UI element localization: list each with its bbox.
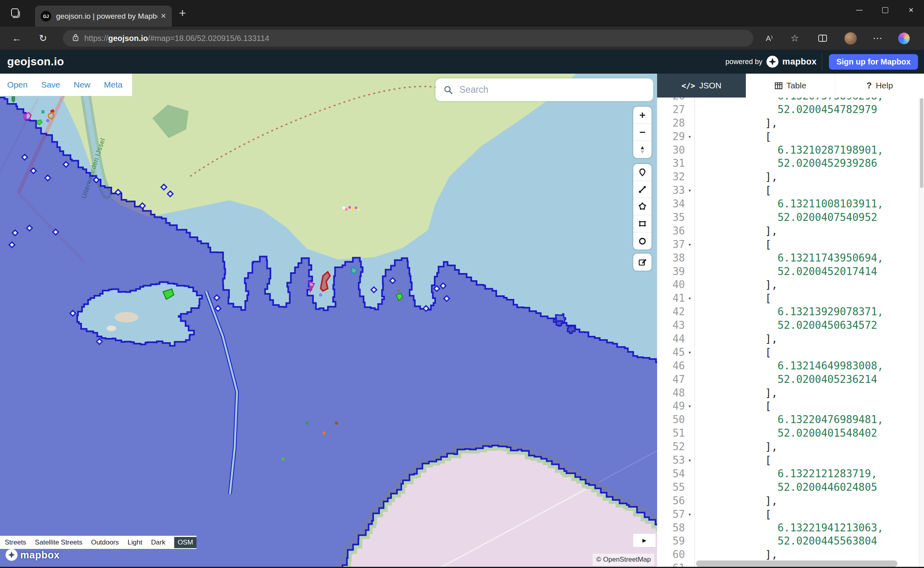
tiny-marker-dot[interactable] [358,209,360,211]
draw-line-button[interactable] [633,181,652,198]
style-option-light[interactable]: Light [128,539,142,547]
code-text[interactable]: 52.0200405236214 [695,373,877,386]
code-text[interactable]: 52.0200454782979 [695,103,877,117]
map-canvas[interactable]: Uiterwaarden IJssel [0,74,657,568]
code-text[interactable]: [ [695,454,771,467]
horizontal-scrollbar[interactable] [696,560,897,567]
panel-collapse-button[interactable]: ▶ [633,534,656,547]
maximize-button[interactable] [872,0,898,20]
menu-new[interactable]: New [74,80,90,90]
zoom-out-button[interactable]: − [633,124,652,141]
code-text[interactable]: 6.13210287198901, [695,144,883,157]
style-option-dark[interactable]: Dark [151,539,165,547]
tab-json[interactable]: </> JSON [657,74,746,98]
draw-circle-button[interactable] [633,232,652,250]
signup-mapbox-button[interactable]: Sign up for Mapbox [829,54,918,70]
code-text[interactable]: 52.0200446024805 [695,481,877,494]
tiny-marker-dot[interactable] [342,207,345,209]
back-button[interactable]: ← [8,27,25,50]
code-text[interactable]: 6.13211008103911, [695,197,883,211]
code-text[interactable]: [ [695,130,771,144]
read-aloud-icon[interactable]: A⁾ [759,27,780,50]
code-text[interactable]: ], [695,548,778,562]
tiny-marker-dot[interactable] [352,208,354,211]
vertical-scrollbar-track[interactable] [919,98,924,568]
code-text[interactable]: 6.13220476989481, [695,413,883,427]
code-text[interactable]: [ [695,238,771,252]
new-tab-button[interactable]: + [179,7,186,19]
code-text[interactable]: 52.0200452939286 [695,157,877,170]
fold-arrow-icon[interactable]: ▾ [685,130,694,144]
code-text[interactable]: ], [695,278,778,292]
fold-arrow-icon[interactable]: ▾ [685,346,694,359]
code-text[interactable]: 6.13213929078371, [695,305,883,319]
browser-tab[interactable]: GJ geojson.io | powered by Mapbox ✕ [35,6,172,27]
workspaces-icon[interactable] [6,4,24,22]
copilot-icon[interactable] [893,27,914,50]
violet-dot[interactable] [319,293,322,297]
map-area[interactable]: Uiterwaarden IJssel Open Save New Meta S… [0,74,657,568]
tiny-marker-dot[interactable] [348,206,351,209]
code-text[interactable]: ], [695,386,778,400]
zoom-in-button[interactable]: + [633,107,652,124]
compass-button[interactable]: ▲▼ [633,141,652,158]
profile-avatar[interactable] [840,27,861,50]
style-option-osm[interactable]: OSM [174,537,197,548]
fold-arrow-icon[interactable]: ▾ [685,400,694,413]
vertical-scrollbar-thumb[interactable] [920,98,923,188]
code-text[interactable]: ], [695,332,778,346]
tab-help[interactable]: ? Help [835,74,924,98]
code-text[interactable]: ], [695,494,778,508]
code-text[interactable]: ], [695,170,778,184]
code-text[interactable]: [ [695,292,771,305]
code-text[interactable]: ], [695,440,778,454]
menu-meta[interactable]: Meta [104,80,123,90]
powered-by-mapbox[interactable]: powered by mapbox [726,50,817,74]
code-text[interactable]: 6.13211743950694, [695,252,883,265]
fold-arrow-icon[interactable]: ▾ [685,508,694,521]
code-text[interactable]: 6.13214649983008, [695,359,883,373]
code-text[interactable]: 6.1322121283719, [695,467,877,481]
edit-features-button[interactable] [633,254,652,271]
fold-arrow-icon[interactable]: ▾ [685,292,694,305]
fold-arrow-icon[interactable]: ▾ [685,454,694,467]
search-input[interactable]: Search [436,78,653,101]
style-option-streets[interactable]: Streets [5,539,26,547]
code-text[interactable]: 6.13221941213063, [695,521,883,535]
tab-close-icon[interactable]: ✕ [161,12,166,20]
code-text[interactable]: [ [695,508,771,521]
code-text[interactable]: [ [695,346,771,359]
tiny-marker-dot[interactable] [355,207,357,209]
draw-polygon-button[interactable] [633,198,652,215]
json-editor[interactable]: 26 6.13207575896298,27 52.02004547829792… [657,98,924,568]
code-text[interactable]: 52.0200407540952 [695,211,877,224]
tiny-marker-dot[interactable] [345,208,348,211]
teal-feature[interactable] [41,110,45,113]
settings-ellipsis-icon[interactable]: ⋯ [867,27,888,50]
menu-save[interactable]: Save [41,80,60,90]
code-text[interactable]: ], [695,117,778,130]
code-text[interactable]: 6.13207575896298, [695,98,883,103]
code-text[interactable]: ], [695,224,778,238]
draw-marker-button[interactable] [633,164,652,181]
code-text[interactable]: 52.0200445563804 [695,535,877,548]
code-text[interactable]: [ [695,400,771,413]
refresh-button[interactable]: ↻ [34,27,52,50]
minimize-button[interactable]: — [846,0,872,20]
fold-arrow-icon[interactable]: ▾ [685,184,694,197]
tab-table[interactable]: Table [746,74,835,98]
close-button[interactable]: ✕ [898,0,924,20]
split-screen-icon[interactable] [812,27,833,50]
style-option-satellite-streets[interactable]: Satellite Streets [35,539,82,547]
violet-dot[interactable] [46,119,49,122]
fold-arrow-icon[interactable]: ▾ [685,238,694,252]
menu-open[interactable]: Open [7,80,27,90]
code-text[interactable]: 52.0200401548402 [695,427,877,440]
mapbox-map-logo[interactable]: mapbox [6,549,60,561]
draw-rectangle-button[interactable] [633,215,652,232]
osm-attribution[interactable]: © OpenStreetMap [593,554,654,566]
code-text[interactable]: [ [695,184,771,197]
address-bar[interactable]: https://geojson.io/#map=18.06/52.020915/… [63,30,753,47]
style-option-outdoors[interactable]: Outdoors [91,539,119,547]
favorite-star-icon[interactable]: ☆ [784,27,805,50]
